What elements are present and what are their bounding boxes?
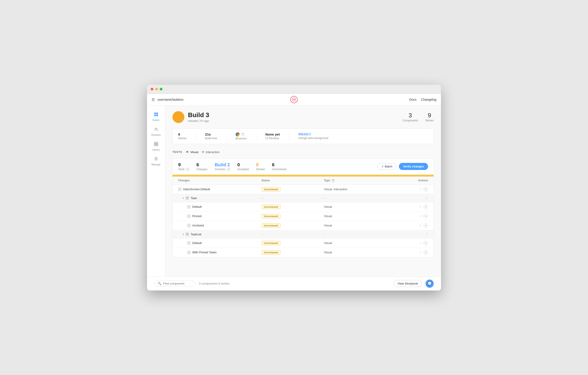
svg-rect-7 — [154, 144, 156, 146]
library-icon — [154, 142, 158, 147]
row-actions-3: ✓ ✕ — [386, 214, 428, 219]
nav-right: Docs Changelog — [409, 98, 436, 101]
accept-icon-4[interactable]: ✓ — [419, 224, 422, 227]
deny-icon-7[interactable]: ✕ — [423, 250, 428, 255]
deny-icon-3[interactable]: ✕ — [423, 214, 428, 219]
build-title-group: Build 3 Initiated 7m ago — [188, 111, 403, 122]
tests-help-icon[interactable]: ? — [186, 168, 189, 171]
svg-rect-14 — [188, 206, 189, 208]
minimize-button[interactable] — [155, 88, 158, 90]
bottom-stats: 3 components 9 stories — [199, 282, 229, 285]
svg-point-9 — [155, 157, 156, 158]
window-controls — [151, 88, 162, 90]
status-badge-4: Unreviewed — [262, 223, 281, 228]
batch-button[interactable]: ✓ Batch — [378, 163, 396, 170]
build-stat-stories: 9 Stories — [425, 112, 434, 122]
reviews-label: Reviews — [151, 133, 161, 136]
row-name-5: ▾ TaskList — [178, 233, 262, 236]
test-stat-changes: 6 Changes — [196, 162, 207, 171]
ancestor-help-icon[interactable]: ? — [227, 168, 230, 171]
row-status-6: Unreviewed — [262, 241, 324, 245]
interaction-tab-label: Interaction — [206, 150, 220, 154]
group-1-name: Task — [191, 196, 197, 200]
tab-visual[interactable]: 👁 Visual — [186, 149, 198, 155]
menu-icon[interactable]: ☰ — [152, 98, 155, 102]
accept-icon-3[interactable]: ✓ — [419, 215, 422, 218]
sidebar-item-builds[interactable]: Builds — [148, 110, 164, 123]
tests-count-label: Tests ? — [178, 168, 189, 171]
reviews-icon — [154, 127, 158, 132]
row-status-3: Unreviewed — [262, 214, 324, 219]
group-5-name: TaskList — [191, 233, 201, 236]
accept-icon-1[interactable]: ✓ — [426, 196, 428, 199]
yellow-banner — [172, 175, 434, 176]
deny-icon-4[interactable]: ✕ — [423, 223, 428, 228]
sidebar-item-library[interactable]: Library — [148, 140, 164, 153]
chat-button[interactable]: 💬 — [426, 280, 434, 288]
denied-count: 0 — [256, 162, 265, 167]
svg-point-10 — [156, 158, 157, 159]
type-help-icon[interactable]: ? — [332, 179, 335, 182]
row-type-6: Visual — [324, 241, 387, 245]
row-status-0: Unreviewed — [262, 187, 324, 192]
verify-changes-button[interactable]: Verify changes — [399, 163, 428, 170]
changelog-link[interactable]: Changelog — [421, 98, 436, 101]
commit-hash[interactable]: 45b3dc7 — [298, 132, 328, 136]
view-storybook-button[interactable]: View Storybook — [394, 280, 422, 287]
stories-count: 9 — [425, 112, 434, 119]
unreviewed-count: 6 — [272, 162, 286, 167]
build-avatar — [172, 111, 184, 123]
divider-1 — [196, 132, 196, 140]
search-input[interactable] — [163, 282, 192, 285]
logo — [290, 96, 298, 103]
browsers-help-icon[interactable]: ? — [241, 133, 244, 136]
row-3-name: Pinned — [192, 214, 201, 218]
visual-tab-label: Visual — [190, 150, 198, 154]
test-stat-unreviewed: 6 Unreviewed — [272, 162, 286, 171]
ancestor-link[interactable]: Build 2 — [215, 162, 230, 167]
row-status-2: Unreviewed — [262, 205, 324, 209]
deny-icon-6[interactable]: ✕ — [423, 241, 428, 245]
svg-rect-16 — [188, 216, 189, 217]
stats-bar: 9 Stories 21s Build time ? Browsers — [172, 129, 434, 144]
row-4-name: Archived — [192, 224, 204, 227]
maximize-button[interactable] — [160, 88, 162, 90]
table-row: With Pinned Tasks Unreviewed Visual ✓ ✕ — [173, 248, 433, 257]
row-type-3: Visual — [324, 214, 387, 218]
story-icon-0 — [178, 188, 181, 191]
accept-icon-7[interactable]: ✓ — [419, 251, 422, 254]
chromatic-logo — [290, 96, 298, 103]
story-icon-2 — [187, 205, 190, 209]
svg-rect-1 — [154, 112, 156, 114]
chevron-icon-1[interactable]: ▾ — [183, 197, 184, 199]
search-icon: 🔍 — [158, 282, 161, 285]
test-stat-ancestor: Build 2 Ancestor ? — [215, 162, 230, 171]
svg-rect-6 — [156, 142, 158, 144]
browser-icons: ? — [236, 132, 247, 136]
library-label: Library — [152, 148, 160, 151]
chevron-icon-5[interactable]: ▾ — [183, 233, 184, 236]
sidebar-item-reviews[interactable]: Reviews — [148, 125, 164, 138]
tab-interaction[interactable]: ⟳ Interaction — [202, 149, 220, 155]
accept-icon-5[interactable]: ✓ — [426, 233, 428, 236]
accept-icon-6[interactable]: ✓ — [419, 242, 422, 245]
table-row: InboxScreen:Default Unreviewed Visual, I… — [173, 185, 433, 194]
docs-link[interactable]: Docs — [409, 98, 416, 101]
accept-icon-0[interactable]: ✓ — [419, 188, 422, 191]
search-box[interactable]: 🔍 — [154, 280, 195, 287]
test-actions: ✓ Batch Verify changes — [378, 163, 428, 170]
unreviewed-label: Unreviewed — [272, 168, 286, 171]
tests-count: 9 — [178, 162, 189, 167]
sidebar-item-manage[interactable]: Manage — [148, 155, 164, 168]
story-icon-3 — [187, 215, 190, 218]
tests-section: TESTS 👁 Visual ⟳ Interaction 9 — [172, 149, 434, 257]
accepted-count: 0 — [237, 162, 249, 167]
deny-icon-2[interactable]: ✕ — [423, 205, 428, 209]
close-button[interactable] — [151, 88, 153, 90]
table-row: Archived Unreviewed Visual ✓ ✕ — [173, 221, 433, 230]
deny-icon-0[interactable]: ✕ — [423, 187, 428, 192]
accept-icon-2[interactable]: ✓ — [419, 205, 422, 209]
row-type-5: -- — [324, 233, 387, 236]
build-stat-components: 3 Components — [403, 112, 418, 122]
row-type-7: Visual — [324, 251, 387, 254]
